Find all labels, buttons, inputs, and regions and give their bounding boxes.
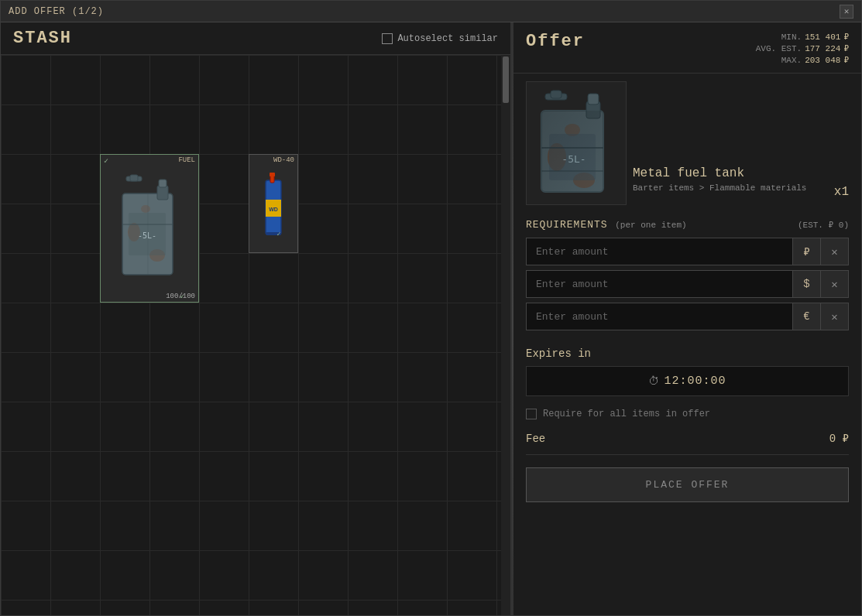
item-category: Barter items > Flammable materials (633, 183, 806, 193)
svg-point-3 (141, 205, 150, 213)
expires-section: Expires in ⏱ 12:00:00 (526, 347, 849, 396)
ruble-input-row: ₽ ✕ (526, 238, 849, 265)
stash-header: STASH Autoselect similar (1, 22, 510, 55)
autoselect-container: Autoselect similar (382, 33, 498, 44)
dollar-amount-input[interactable] (526, 270, 793, 298)
dollar-input-row: $ ✕ (526, 270, 849, 298)
requirements-title: REQUIREMENTS (526, 219, 608, 231)
grid-background (1, 55, 510, 615)
requirements-per-item: (per one item) (615, 221, 686, 230)
offer-body: -5L- (513, 74, 861, 615)
euro-clear-button[interactable]: ✕ (821, 303, 849, 330)
item-preview-image: -5L- (526, 81, 627, 205)
price-avg-row: AVG. EST. 177 224 ₽ (756, 43, 849, 53)
euro-input-row: € ✕ (526, 303, 849, 330)
offer-panel: Offer MIN. 151 401 ₽ AVG. EST. 177 224 ₽… (513, 22, 861, 615)
price-max-row: MAX. 203 048 ₽ (756, 55, 849, 65)
stash-grid: ✓ Fuel (1, 55, 510, 615)
require-all-checkbox[interactable] (526, 409, 537, 419)
price-info: MIN. 151 401 ₽ AVG. EST. 177 224 ₽ MAX. … (756, 32, 849, 67)
main-window: ADD OFFER (1/2) ✕ STASH Autoselect simil… (0, 0, 862, 616)
dollar-clear-button[interactable]: ✕ (821, 270, 849, 298)
titlebar: ADD OFFER (1/2) ✕ (1, 1, 861, 22)
stash-title: STASH (13, 29, 72, 48)
price-max-label: MAX. (781, 56, 802, 65)
item-name: Metal fuel tank (633, 166, 806, 180)
price-max-ruble: ₽ (843, 55, 849, 65)
ruble-amount-input[interactable] (526, 238, 793, 265)
item-preview-section: -5L- (526, 81, 849, 205)
place-offer-button[interactable]: PLACE OFFER (526, 467, 849, 502)
preview-fuel-svg: -5L- (534, 87, 619, 200)
timer-icon: ⏱ (648, 375, 659, 388)
offer-header: Offer MIN. 151 401 ₽ AVG. EST. 177 224 ₽… (513, 22, 861, 74)
timer-value: 12:00:00 (664, 375, 726, 388)
ruble-clear-button[interactable]: ✕ (821, 238, 849, 265)
main-content: STASH Autoselect similar ✓ Fuel (1, 22, 861, 615)
fuel-item-image: -5L- (101, 155, 198, 302)
price-avg-label: AVG. EST. (756, 44, 802, 53)
price-avg-ruble: ₽ (843, 43, 849, 53)
scrollbar-track[interactable] (501, 55, 510, 615)
svg-text:-5L-: -5L- (138, 231, 156, 240)
svg-rect-31 (541, 111, 603, 192)
requirements-header: REQUIREMENTS (per one item) (EST. ₽ 0) (526, 217, 849, 231)
fee-label: Fee (526, 433, 545, 445)
svg-rect-26 (588, 94, 599, 104)
svg-text:WD: WD (269, 207, 278, 212)
svg-rect-6 (157, 186, 168, 200)
svg-rect-5 (130, 175, 138, 181)
euro-amount-input[interactable] (526, 303, 793, 330)
svg-rect-24 (551, 91, 562, 98)
requirements-section: REQUIREMENTS (per one item) (EST. ₽ 0) ₽… (526, 217, 849, 335)
svg-text:✓: ✓ (276, 231, 280, 238)
requirements-est: (EST. ₽ 0) (798, 220, 849, 230)
stash-item-fuel[interactable]: ✓ Fuel (100, 154, 199, 303)
euro-currency-button[interactable]: € (793, 303, 821, 330)
offer-title: Offer (526, 32, 585, 51)
fee-row: Fee 0 ₽ (526, 432, 849, 455)
fuel-corner-mark: ↙ (180, 291, 184, 300)
price-max-value: 203 048 (805, 56, 840, 65)
window-title: ADD OFFER (1/2) (9, 6, 104, 17)
expires-title: Expires in (526, 347, 849, 360)
require-all-label: Require for all items in offer (543, 409, 710, 419)
ruble-currency-button[interactable]: ₽ (793, 238, 821, 265)
stash-item-wd40[interactable]: WD-40 WD (249, 154, 298, 253)
fee-value: 0 ₽ (829, 432, 849, 445)
autoselect-label: Autoselect similar (397, 33, 498, 44)
autoselect-checkbox[interactable] (382, 33, 393, 44)
wd40-can-svg: WD ✓ (262, 169, 285, 238)
scrollbar-thumb[interactable] (503, 56, 509, 103)
price-min-label: MIN. (781, 33, 802, 42)
price-min-value: 151 401 (805, 33, 840, 42)
svg-rect-7 (159, 180, 167, 187)
require-all-row: Require for all items in offer (526, 409, 849, 419)
dollar-currency-button[interactable]: $ (793, 270, 821, 298)
item-quantity: x1 (834, 185, 849, 199)
price-avg-value: 177 224 (805, 44, 840, 53)
expires-timer[interactable]: ⏱ 12:00:00 (526, 366, 849, 396)
wd40-item-image: WD ✓ (249, 155, 297, 252)
price-min-row: MIN. 151 401 ₽ (756, 32, 849, 42)
fuel-tank-svg: -5L- (115, 170, 184, 286)
close-button[interactable]: ✕ (840, 5, 853, 19)
price-min-ruble: ₽ (843, 32, 849, 42)
svg-rect-16 (270, 173, 275, 176)
stash-panel: STASH Autoselect similar ✓ Fuel (1, 22, 512, 615)
